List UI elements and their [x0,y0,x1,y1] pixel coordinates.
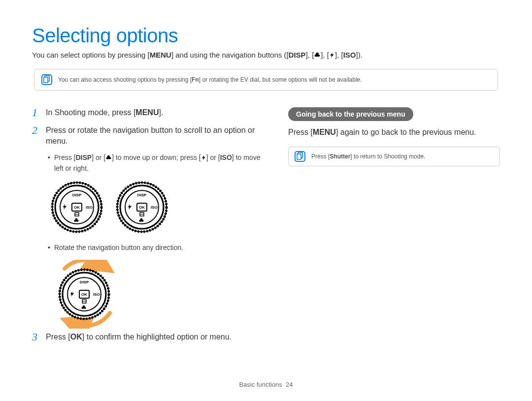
step-body: Press or rotate the navigation button to… [46,125,264,146]
text: Press [ [54,154,76,161]
right-column: Going back to the previous menu Press [M… [288,107,500,349]
footer-page: 24 [286,381,293,388]
text: Press [ [46,333,70,341]
text: In Shooting mode, press [ [46,108,135,117]
menu-key: MENU [150,51,171,59]
flash-icon [201,154,206,164]
text: ] or [ [206,154,220,161]
disp-key: DISP [289,51,306,59]
menu-key: MENU [135,108,159,117]
text: You can select options by pressing [ [32,51,150,59]
footer-label: Basic functions [239,381,282,388]
step-3: 3 Press [OK] to confirm the highlighted … [32,332,264,342]
shutter-key: Shutter [330,153,350,160]
disp-key: DISP [75,154,92,161]
step-1: 1 In Shooting mode, press [MENU]. [32,107,264,118]
macro-icon [105,154,112,164]
note-icon [41,74,52,85]
note-text: Press [Shutter] to return to Shooting mo… [311,153,425,161]
dial-row-updown-leftright [50,180,264,234]
step-number: 1 [32,107,41,118]
ok-key: OK [70,333,82,341]
text: Rotate the navigation button any directi… [54,243,183,253]
note-box: You can also access shooting options by … [34,69,498,91]
text: ] or [ [92,154,105,161]
flash-icon [329,52,335,60]
nav-dial-horizontal [115,180,169,234]
text: ]. [159,108,163,117]
step-body: Press [OK] to confirm the highlighted op… [46,332,232,342]
left-column: 1 In Shooting mode, press [MENU]. 2 Pres… [32,107,264,349]
section-pill: Going back to the previous menu [288,107,413,121]
menu-key: MENU [313,128,336,136]
page-footer: Basic functions 24 [0,381,532,388]
intro-text: You can select options by pressing [MENU… [32,51,500,60]
fn-key: Fn [192,76,199,83]
nav-dial-rotate [50,260,119,324]
text: ] and using the navigation buttons ([ [171,51,289,59]
right-text: Press [MENU] again to go back to the pre… [288,128,500,137]
step-body: In Shooting mode, press [MENU]. [46,107,163,118]
text: ] or rotating the EV dial, but some opti… [199,76,362,83]
nav-dial-vertical [50,180,104,234]
bullet-item: Press [DISP] or [] to move up or down; p… [48,153,264,173]
text: ] to confirm the highlighted option or m… [82,333,232,341]
text: Press [ [311,153,330,160]
step-number: 2 [32,125,41,146]
note-text: You can also access shooting options by … [58,76,362,84]
text: Press [ [288,128,313,136]
iso-key: ISO [220,154,232,161]
text: ], [ [335,51,343,59]
text: ] to move up or down; press [ [112,154,201,161]
text: You can also access shooting options by … [58,76,192,83]
text: ] again to go back to the previous menu. [336,128,476,136]
text: ], [ [306,51,314,59]
text: ]). [356,51,362,59]
note-icon [295,151,305,162]
page-title: Selecting options [32,25,500,47]
bullet-item: Rotate the navigation button any directi… [48,243,264,253]
note-box: Press [Shutter] to return to Shooting mo… [288,147,500,166]
text: ] to return to Shooting mode. [350,153,425,160]
step-2: 2 Press or rotate the navigation button … [32,125,264,146]
macro-icon [314,52,321,60]
step-number: 3 [32,332,41,342]
iso-key: ISO [343,51,356,59]
text: ], [ [321,51,329,59]
